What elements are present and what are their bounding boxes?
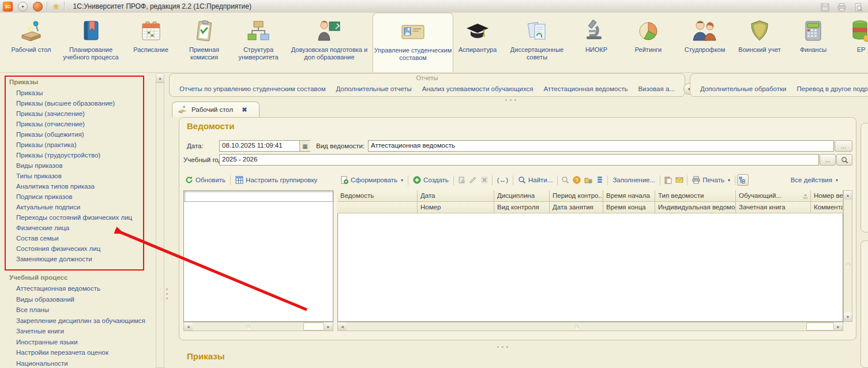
sidebar-item[interactable]: Приказы (зачисление) — [0, 108, 155, 119]
sidebar-item[interactable]: Типы приказов — [0, 171, 155, 181]
sidebar-item[interactable]: Приказы — [0, 88, 155, 98]
refresh-button[interactable]: Обновить — [182, 175, 228, 185]
sidebar-item[interactable]: Иностранные языки — [0, 337, 155, 348]
sidebar-item[interactable]: Аналитика типов приказа — [0, 181, 155, 191]
column-header[interactable]: Номер — [418, 202, 494, 213]
sidebar-item[interactable]: Приказы (практика) — [0, 140, 155, 150]
grouping-tree-panel[interactable] — [183, 190, 333, 322]
sidebar-item[interactable]: Состав семьи — [0, 233, 155, 243]
sidebar-item[interactable]: Заменяющие должности — [0, 254, 155, 264]
save-icon[interactable] — [819, 2, 831, 13]
copy-button[interactable] — [456, 175, 467, 185]
column-header[interactable]: Время конца — [603, 202, 655, 213]
scroll-right-icon[interactable]: ► — [324, 322, 333, 331]
create-button[interactable]: Создать — [410, 175, 452, 185]
date-field[interactable]: 08.10.2025 11:09:41 — [219, 140, 310, 152]
preview-icon[interactable] — [852, 2, 865, 13]
column-header[interactable]: Ведомость — [337, 190, 418, 202]
print-button[interactable]: Печать▾ — [689, 175, 733, 185]
sheet-type-select-button[interactable]: ... — [835, 140, 852, 152]
ribbon-section-ratings[interactable]: Рейтинги — [621, 15, 676, 70]
tree-hscrollbar[interactable]: ◄ ► — [183, 322, 333, 331]
table-vscrollbar[interactable]: ▲ ▼ — [843, 190, 852, 322]
list-settings-button[interactable] — [594, 175, 606, 185]
quick-access-button[interactable] — [33, 2, 43, 12]
column-header[interactable]: Дисциплина — [494, 190, 550, 202]
sidebar-item[interactable]: Приказы (отчисление) — [0, 119, 155, 129]
favorites-star-icon[interactable]: ★ — [52, 2, 60, 11]
sidebar-item[interactable]: Настройки перезачета оценок — [0, 347, 155, 358]
sidebar-item[interactable]: Актуальные подписи — [0, 202, 155, 212]
sidebar-item[interactable]: Закрепление дисциплин за обучающимся — [0, 316, 155, 326]
ribbon-section-er[interactable]: ЕР — [841, 15, 868, 70]
sheet-type-field[interactable]: Аттестационная ведомость — [368, 140, 834, 152]
column-header[interactable]: Номер ведомос — [811, 190, 843, 202]
panel-splitter-grip[interactable] — [505, 99, 516, 101]
sidebar-item[interactable]: Все планы — [0, 305, 155, 316]
tree-view-button[interactable] — [737, 174, 749, 186]
all-actions-button[interactable]: Все действия▾ — [788, 175, 841, 185]
sidebar-item-fizicheskie-litsa[interactable]: Физические лица — [0, 223, 155, 233]
clipboard-button[interactable] — [662, 175, 674, 185]
ribbon-section-admissions[interactable]: Приемная комиссия — [178, 15, 231, 70]
column-header[interactable]: Тип ведомости — [655, 190, 736, 202]
column-header[interactable]: Период контро... — [550, 190, 603, 202]
report-link[interactable]: Отчеты по управлению студенческим состав… — [174, 85, 331, 92]
year-field[interactable]: 2025 - 2026 — [219, 154, 819, 166]
column-header[interactable]: Индивидуальная ведомос... — [655, 202, 736, 213]
scroll-left-icon[interactable]: ◄ — [184, 322, 193, 331]
ribbon-section-union[interactable]: Студпрофком — [677, 15, 732, 70]
sidebar-item[interactable]: Национальности — [0, 358, 155, 368]
clear-find-button[interactable] — [559, 175, 571, 185]
sidebar-item[interactable]: Приказы (общежития) — [0, 129, 155, 140]
splitter-grip[interactable] — [166, 288, 168, 301]
column-header[interactable]: Вид контроля — [494, 202, 550, 213]
scroll-thumb[interactable] — [303, 322, 324, 331]
year-select-button[interactable]: ... — [820, 154, 836, 166]
sidebar-item[interactable]: Приказы (трудоустройство) — [0, 150, 155, 160]
ribbon-section-desktop[interactable]: Рабочий стол — [5, 15, 58, 70]
edit-button[interactable] — [467, 175, 479, 185]
sidebar-item[interactable]: Состояния физических лиц — [0, 243, 155, 254]
ribbon-section-schedule[interactable]: Расписание — [124, 15, 178, 70]
print-icon[interactable] — [836, 2, 848, 13]
fill-button[interactable]: Заполнение... — [610, 175, 658, 185]
report-link[interactable]: Визовая а... — [633, 85, 679, 92]
processing-link[interactable]: Дополнительные обработки — [695, 85, 791, 92]
ribbon-section-military[interactable]: Воинский учет — [734, 15, 786, 70]
configure-grouping-button[interactable]: Настроить группировку — [232, 175, 320, 185]
sidebar-item[interactable]: Виды приказов — [0, 160, 155, 171]
scroll-down-icon[interactable]: ▼ — [844, 313, 852, 321]
find-button[interactable]: Найти... — [515, 175, 555, 185]
settings-folder-button[interactable] — [583, 175, 594, 185]
mail-button[interactable] — [674, 175, 685, 185]
ribbon-section-planning[interactable]: Планирование учебного процесса — [58, 15, 124, 70]
column-header[interactable]: Дата занятия — [550, 202, 603, 213]
scroll-left-icon[interactable]: ◄ — [338, 322, 347, 331]
panel-splitter-grip[interactable] — [497, 346, 508, 348]
column-width-button[interactable]: (↔) — [494, 175, 511, 185]
ribbon-section-finance[interactable]: Финансы — [787, 15, 840, 70]
delete-button[interactable] — [479, 175, 490, 185]
ribbon-section-student-management[interactable]: Управление студенческим составом — [373, 13, 453, 72]
sidebar-item[interactable]: Переходы состояний физических лиц — [0, 212, 155, 223]
scroll-up-icon[interactable]: ▲ — [844, 191, 852, 200]
year-search-button[interactable] — [836, 154, 852, 166]
column-header[interactable]: Зачетная книга — [736, 202, 811, 213]
close-icon[interactable]: ✖ — [242, 106, 247, 114]
report-link[interactable]: Анализ успеваемости обучающихся — [417, 85, 539, 92]
generate-button[interactable]: Сформировать▾ — [337, 175, 406, 185]
help-button[interactable]: ? — [571, 175, 583, 185]
ribbon-section-structure[interactable]: Структура университета — [231, 15, 286, 70]
column-header[interactable]: Комментарий — [811, 202, 843, 213]
report-link[interactable]: Аттестационная ведомость — [538, 85, 633, 92]
sidebar-item[interactable]: Подписи приказов — [0, 191, 155, 202]
sidebar-item[interactable]: Зачетные книги — [0, 326, 155, 337]
main-menu-button[interactable]: ▼ — [18, 2, 28, 12]
table-hscrollbar[interactable]: ◄ ► — [337, 322, 843, 331]
scroll-right-icon[interactable]: ► — [834, 322, 843, 331]
scroll-thumb[interactable] — [806, 322, 834, 331]
column-header-sorted[interactable]: Обучающий... — [736, 190, 811, 202]
table-body[interactable] — [337, 213, 843, 322]
sidebar-item[interactable]: Виды образований — [0, 294, 155, 305]
